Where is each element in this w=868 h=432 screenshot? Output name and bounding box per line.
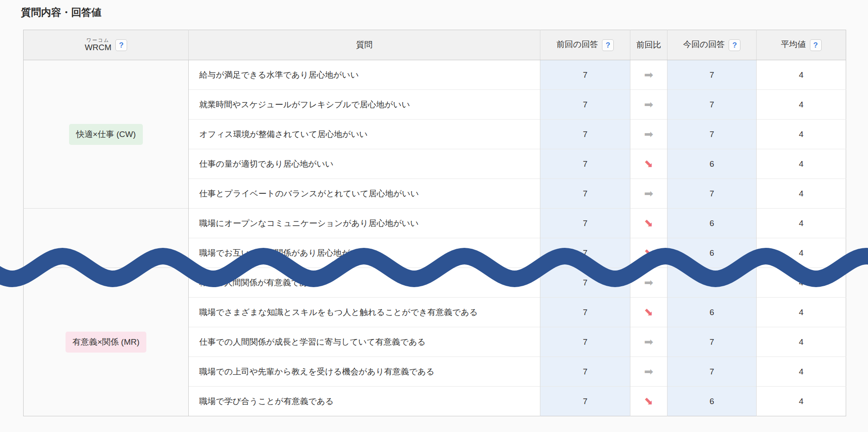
question-cell: 職場でお互いの信頼関係があり居心地がいい: [189, 238, 540, 268]
table-row: 有意義×関係 (MR) 職場の人間関係が有意義である 7 ➡ 7 4: [24, 268, 846, 298]
arrow-right-icon: ➡: [644, 69, 654, 80]
current-answer-label: 今回の回答: [683, 40, 725, 49]
previous-answer-cell: 7: [540, 179, 630, 209]
previous-answer-cell: 7: [540, 357, 630, 387]
current-answer-cell: 7: [667, 60, 757, 90]
trend-cell: ➡: [630, 120, 667, 149]
trend-cell: ➡: [630, 149, 667, 179]
average-cell: 4: [757, 179, 846, 209]
col-header-current-answer: 今回の回答?: [667, 30, 757, 60]
question-cell: 仕事とプライベートのバランスがとれていて居心地がいい: [189, 179, 540, 209]
col-header-previous-answer: 前回の回答?: [540, 30, 630, 60]
table-row: 快適×仕事 (CW) 給与が満足できる水準であり居心地がいい 7 ➡ 7 4: [24, 60, 846, 90]
average-label: 平均値: [781, 40, 806, 49]
previous-answer-cell: 7: [540, 60, 630, 90]
category-cell-mr: 有意義×関係 (MR): [24, 268, 189, 416]
average-cell: 4: [757, 209, 846, 238]
page: 質問内容・回答値 ワーコム WRCM ? 質問 前回の回答? 前回比: [0, 0, 868, 432]
arrow-down-right-icon: ➡: [642, 305, 656, 319]
average-cell: 4: [757, 120, 846, 149]
arrow-down-right-icon: ➡: [642, 216, 656, 230]
wrcm-header-label: ワーコム WRCM: [85, 38, 111, 53]
question-cell: 職場の人間関係が有意義である: [189, 268, 540, 298]
question-cell: 職場でさまざまな知識とスキルをもつ人と触れることができ有意義である: [189, 298, 540, 327]
category-badge-mr: 有意義×関係 (MR): [66, 332, 147, 353]
col-header-diff: 前回比: [630, 30, 667, 60]
trend-cell: ➡: [630, 268, 667, 298]
arrow-right-icon: ➡: [644, 99, 654, 110]
arrow-right-icon: ➡: [644, 336, 654, 347]
arrow-down-right-icon: ➡: [642, 157, 656, 171]
current-answer-cell: 6: [667, 209, 757, 238]
wrcm-ruby-text: ワーコム: [85, 38, 111, 43]
average-cell: 4: [757, 238, 846, 268]
question-cell: 仕事の量が適切であり居心地がいい: [189, 149, 540, 179]
current-answer-cell: 7: [667, 120, 757, 149]
previous-answer-cell: 7: [540, 268, 630, 298]
trend-cell: ➡: [630, 179, 667, 209]
previous-answer-cell: 7: [540, 149, 630, 179]
trend-cell: ➡: [630, 209, 667, 238]
average-cell: 4: [757, 90, 846, 120]
trend-cell: ➡: [630, 357, 667, 387]
question-cell: 職場で学び合うことが有意義である: [189, 387, 540, 416]
average-cell: 4: [757, 268, 846, 298]
average-cell: 4: [757, 149, 846, 179]
help-icon[interactable]: ?: [602, 39, 614, 51]
trend-cell: ➡: [630, 60, 667, 90]
previous-answer-cell: 7: [540, 120, 630, 149]
category-cell-hidden: [24, 209, 189, 268]
current-answer-cell: 7: [667, 90, 757, 120]
current-answer-cell: 7: [667, 268, 757, 298]
current-answer-cell: 6: [667, 238, 757, 268]
average-cell: 4: [757, 357, 846, 387]
previous-answer-cell: 7: [540, 209, 630, 238]
average-cell: 4: [757, 327, 846, 357]
previous-answer-label: 前回の回答: [557, 40, 598, 49]
average-cell: 4: [757, 387, 846, 416]
question-cell: 給与が満足できる水準であり居心地がいい: [189, 60, 540, 90]
help-icon[interactable]: ?: [729, 39, 740, 51]
previous-answer-cell: 7: [540, 90, 630, 120]
arrow-right-icon: ➡: [644, 277, 654, 288]
previous-answer-cell: 7: [540, 298, 630, 327]
current-answer-cell: 6: [667, 149, 757, 179]
category-badge-cw: 快適×仕事 (CW): [69, 124, 143, 145]
current-answer-cell: 6: [667, 387, 757, 416]
trend-cell: ➡: [630, 327, 667, 357]
average-cell: 4: [757, 60, 846, 90]
previous-answer-cell: 7: [540, 327, 630, 357]
question-cell: 仕事での人間関係が成長と学習に寄与していて有意義である: [189, 327, 540, 357]
category-cell-cw: 快適×仕事 (CW): [24, 60, 189, 209]
arrow-down-right-icon: ➡: [642, 394, 656, 408]
help-icon[interactable]: ?: [810, 39, 822, 51]
col-header-question: 質問: [189, 30, 540, 60]
current-answer-cell: 7: [667, 327, 757, 357]
arrow-down-right-icon: ➡: [642, 246, 656, 260]
page-title: 質問内容・回答値: [21, 6, 101, 19]
help-icon[interactable]: ?: [115, 39, 127, 51]
current-answer-cell: 7: [667, 179, 757, 209]
question-cell: 職場にオープンなコミュニケーションがあり居心地がいい: [189, 209, 540, 238]
arrow-right-icon: ➡: [644, 188, 654, 199]
trend-cell: ➡: [630, 387, 667, 416]
current-answer-cell: 6: [667, 298, 757, 327]
col-header-wrcm: ワーコム WRCM ?: [24, 30, 189, 60]
arrow-right-icon: ➡: [644, 366, 654, 377]
trend-cell: ➡: [630, 90, 667, 120]
question-cell: オフィス環境が整備されていて居心地がいい: [189, 120, 540, 149]
table-row: 職場にオープンなコミュニケーションがあり居心地がいい 7 ➡ 6 4: [24, 209, 846, 238]
trend-cell: ➡: [630, 298, 667, 327]
question-cell: 職場での上司や先輩から教えを受ける機会があり有意義である: [189, 357, 540, 387]
trend-cell: ➡: [630, 238, 667, 268]
current-answer-cell: 7: [667, 357, 757, 387]
col-header-average: 平均値?: [757, 30, 846, 60]
average-cell: 4: [757, 298, 846, 327]
arrow-right-icon: ➡: [644, 129, 654, 140]
question-cell: 就業時間やスケジュールがフレキシブルで居心地がいい: [189, 90, 540, 120]
header-row: ワーコム WRCM ? 質問 前回の回答? 前回比 今回の回答? 平均値?: [24, 30, 846, 60]
previous-answer-cell: 7: [540, 238, 630, 268]
question-answer-table: ワーコム WRCM ? 質問 前回の回答? 前回比 今回の回答? 平均値?: [23, 30, 846, 416]
previous-answer-cell: 7: [540, 387, 630, 416]
